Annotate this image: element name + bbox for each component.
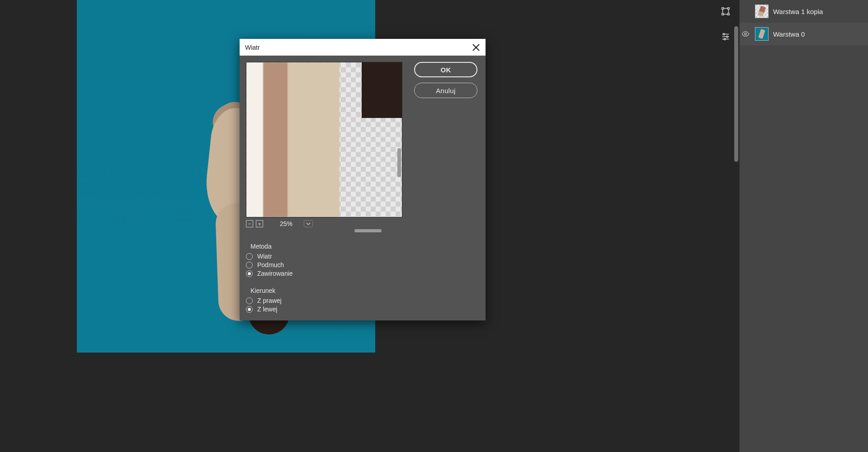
dialog-titlebar[interactable]: Wiatr [240, 39, 486, 56]
visibility-toggle[interactable] [741, 29, 750, 39]
svg-point-6 [724, 38, 726, 40]
zoom-dropdown[interactable] [304, 220, 313, 227]
svg-point-5 [726, 36, 728, 38]
layer-row[interactable]: Warstwa 0 [740, 23, 868, 45]
radio-icon [246, 306, 253, 313]
layer-thumbnail [755, 5, 769, 18]
preview-vertical-scrollbar[interactable] [396, 62, 402, 217]
direction-option[interactable]: Z prawej [246, 297, 479, 304]
layer-thumbnail [755, 27, 769, 41]
zoom-value: 25% [274, 220, 298, 227]
layer-row[interactable]: Warstwa 1 kopia [740, 0, 868, 23]
paths-panel-icon[interactable] [721, 6, 731, 16]
direction-group: Kierunek Z prawejZ lewej [246, 287, 479, 313]
zoom-in-button[interactable]: + [256, 220, 263, 227]
filter-preview[interactable] [246, 62, 402, 217]
layers-panel: Warstwa 1 kopiaWarstwa 0 [739, 0, 868, 452]
method-option-label: Zawirowanie [257, 270, 293, 277]
svg-rect-3 [728, 14, 730, 15]
svg-rect-1 [728, 8, 730, 9]
filter-dialog: Wiatr − + 25% [240, 39, 486, 320]
radio-icon [246, 270, 253, 277]
visibility-toggle[interactable] [741, 6, 750, 16]
panel-scrollbar[interactable] [733, 0, 740, 452]
method-group: Metoda WiatrPodmuchZawirowanie [246, 243, 479, 277]
close-icon[interactable] [472, 43, 480, 52]
layer-name: Warstwa 0 [773, 30, 805, 38]
direction-option[interactable]: Z lewej [246, 306, 479, 313]
dialog-title: Wiatr [245, 44, 260, 51]
direction-option-label: Z lewej [257, 306, 277, 313]
direction-option-label: Z prawej [257, 297, 282, 304]
preview-horizontal-scrollbar[interactable] [246, 228, 402, 233]
radio-icon [246, 297, 253, 304]
adjustments-panel-icon[interactable] [721, 32, 731, 42]
svg-rect-0 [722, 8, 724, 9]
ok-button[interactable]: OK [414, 62, 477, 77]
svg-point-4 [723, 33, 725, 35]
zoom-out-button[interactable]: − [246, 220, 253, 227]
radio-icon [246, 262, 253, 268]
cancel-button[interactable]: Anuluj [414, 83, 477, 98]
method-option[interactable]: Wiatr [246, 253, 479, 260]
method-option-label: Wiatr [257, 253, 272, 260]
radio-icon [246, 253, 253, 260]
method-option[interactable]: Podmuch [246, 261, 479, 268]
method-option-label: Podmuch [257, 261, 284, 268]
svg-rect-2 [722, 14, 724, 15]
method-label: Metoda [250, 243, 479, 250]
method-option[interactable]: Zawirowanie [246, 270, 479, 277]
direction-label: Kierunek [250, 287, 479, 294]
layer-name: Warstwa 1 kopia [773, 8, 823, 15]
svg-point-7 [745, 33, 747, 35]
